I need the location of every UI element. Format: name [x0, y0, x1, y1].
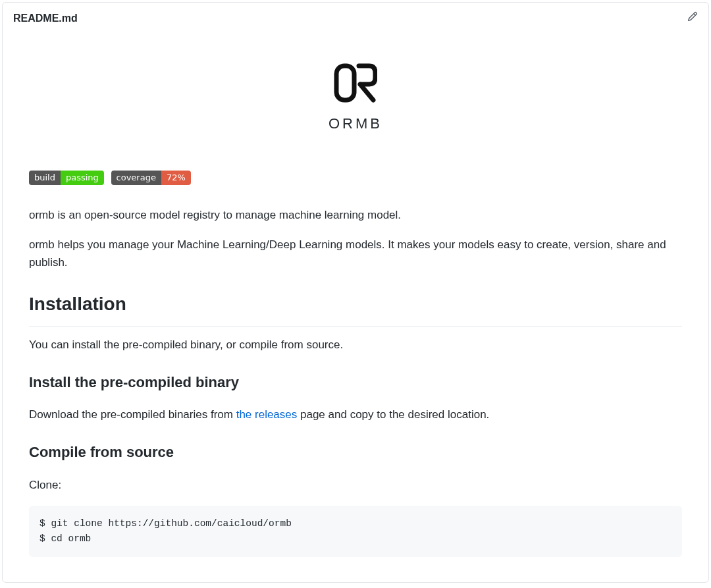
- pencil-icon: [687, 11, 698, 22]
- installation-heading: Installation: [29, 290, 682, 327]
- coverage-badge[interactable]: coverage 72%: [111, 171, 191, 185]
- edit-button[interactable]: [687, 11, 698, 26]
- logo-mark: [334, 63, 377, 103]
- intro-paragraph-1: ormb is an open-source model registry to…: [29, 206, 682, 224]
- precompiled-heading: Install the pre-compiled binary: [29, 371, 682, 394]
- coverage-badge-value: 72%: [161, 171, 191, 185]
- readme-header: README.md: [3, 3, 708, 34]
- clone-codeblock: $ git clone https://github.com/caicloud/…: [29, 506, 682, 557]
- readme-container: README.md ORMB build passing coverage 72…: [2, 2, 709, 583]
- readme-body: ORMB build passing coverage 72% ormb is …: [3, 34, 708, 582]
- project-logo: ORMB: [29, 63, 682, 135]
- precompiled-text-before: Download the pre-compiled binaries from: [29, 408, 236, 421]
- compile-heading: Compile from source: [29, 441, 682, 464]
- precompiled-text: Download the pre-compiled binaries from …: [29, 406, 682, 423]
- precompiled-text-after: page and copy to the desired location.: [297, 408, 489, 421]
- releases-link[interactable]: the releases: [236, 408, 298, 421]
- installation-text: You can install the pre-compiled binary,…: [29, 336, 682, 354]
- clone-label: Clone:: [29, 476, 682, 494]
- badges-row: build passing coverage 72%: [29, 168, 682, 186]
- file-name: README.md: [13, 11, 78, 26]
- coverage-badge-label: coverage: [111, 171, 161, 185]
- build-badge-status: passing: [61, 171, 104, 185]
- intro-paragraph-2: ormb helps you manage your Machine Learn…: [29, 236, 682, 271]
- logo-text: ORMB: [29, 112, 682, 135]
- svg-rect-0: [336, 66, 354, 100]
- build-badge[interactable]: build passing: [29, 171, 104, 185]
- build-badge-label: build: [29, 171, 61, 185]
